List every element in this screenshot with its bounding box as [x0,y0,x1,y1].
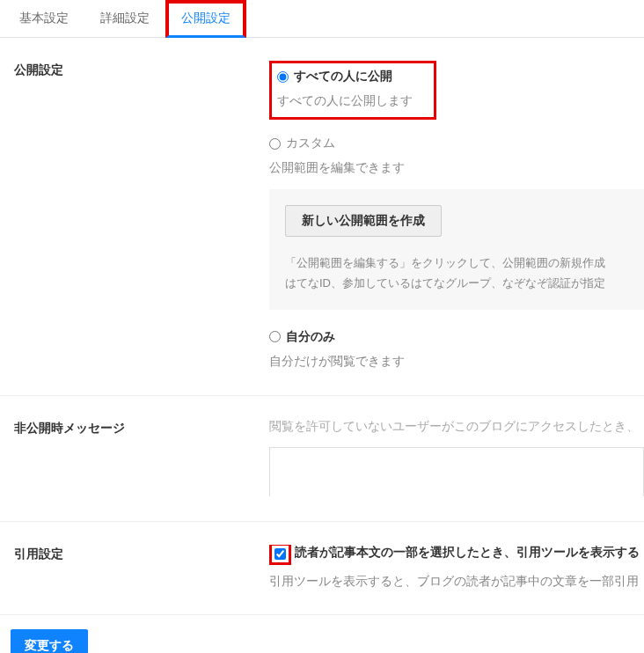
radio-public-label: すべての人に公開 [294,69,392,84]
tab-detail[interactable]: 詳細設定 [84,0,165,37]
submit-button[interactable]: 変更する [11,629,88,653]
quote-section-content: 読者が記事本文の一部を選択したとき、引用ツールを表示する 引用ツールを表示すると… [269,545,644,590]
quote-checkbox-label: 読者が記事本文の一部を選択したとき、引用ツールを表示する [295,545,640,561]
radio-custom-desc: 公開範囲を編集できます [269,158,644,177]
submit-row: 変更する [0,615,644,653]
quote-checkbox-row: 読者が記事本文の一部を選択したとき、引用ツールを表示する [269,545,644,565]
private-message-label: 非公開時メッセージ [14,419,269,496]
quote-section: 引用設定 読者が記事本文の一部を選択したとき、引用ツールを表示する 引用ツールを… [0,522,644,615]
custom-panel-text: 「公開範囲を編集する」をクリックして、公開範囲の新規作成 はてなID、参加してい… [285,253,628,294]
publish-option-private-row: 自分のみ [269,329,644,345]
radio-private[interactable] [269,331,281,342]
publish-option-public-row: すべての人に公開 [277,69,413,84]
publish-section-label: 公開設定 [14,61,269,371]
publish-option-private: 自分のみ 自分だけが閲覧できます [269,329,644,371]
radio-private-desc: 自分だけが閲覧できます [269,352,644,371]
quote-section-label: 引用設定 [14,545,269,590]
radio-public[interactable] [277,71,289,83]
quote-checkbox[interactable] [274,548,286,560]
private-message-textarea[interactable] [269,447,644,496]
tab-basic[interactable]: 基本設定 [4,0,84,37]
private-message-section: 非公開時メッセージ 閲覧を許可していないユーザーがこのブログにアクセスしたとき、 [0,396,644,522]
quote-desc: 引用ツールを表示すると、ブログの読者が記事中の文章を一部引用 [269,574,644,590]
publish-option-custom-row: カスタム [269,136,644,151]
custom-panel: 新しい公開範囲を作成 「公開範囲を編集する」をクリックして、公開範囲の新規作成 … [269,189,644,310]
publish-option-custom: カスタム 公開範囲を編集できます 新しい公開範囲を作成 「公開範囲を編集する」を… [269,136,644,310]
publish-section-content: すべての人に公開 すべての人に公開します カスタム 公開範囲を編集できます 新し… [269,61,644,371]
private-message-desc: 閲覧を許可していないユーザーがこのブログにアクセスしたとき、 [269,419,644,435]
publish-option-public-highlight: すべての人に公開 すべての人に公開します [269,61,436,120]
tab-publish[interactable]: 公開設定 [165,0,246,38]
radio-public-desc: すべての人に公開します [277,92,413,110]
radio-private-label: 自分のみ [286,329,335,345]
create-scope-button[interactable]: 新しい公開範囲を作成 [285,205,442,237]
quote-checkbox-highlight [269,545,291,565]
private-message-content: 閲覧を許可していないユーザーがこのブログにアクセスしたとき、 [269,419,644,496]
radio-custom-label: カスタム [286,136,335,151]
radio-custom[interactable] [269,138,281,150]
publish-section: 公開設定 すべての人に公開 すべての人に公開します カスタム 公開範囲を編集でき… [0,38,644,396]
settings-tabs: 基本設定 詳細設定 公開設定 [0,0,644,38]
